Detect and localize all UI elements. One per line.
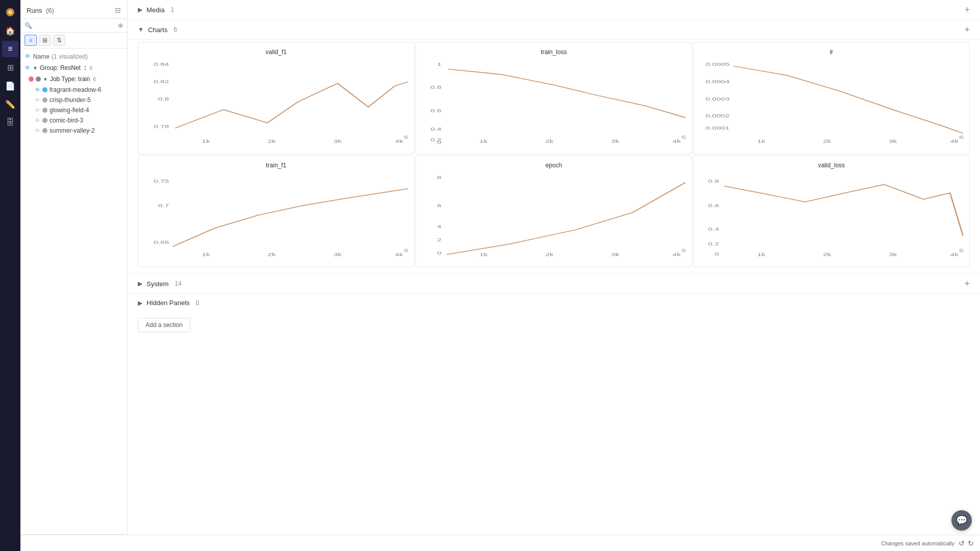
- svg-text:0: 0: [437, 250, 442, 256]
- brush-icon[interactable]: ✏️: [2, 96, 18, 112]
- svg-text:3k: 3k: [889, 252, 897, 257]
- media-chevron-icon: ▶: [138, 6, 142, 13]
- chart-lr: lr 0.0005 0.0004 0.0003 0.0002 0.0001 1k…: [693, 42, 970, 154]
- system-section-left: ▶ System 14: [138, 280, 182, 288]
- svg-text:2k: 2k: [267, 138, 276, 144]
- system-section: ▶ System 14 +: [128, 273, 980, 293]
- svg-text:3k: 3k: [611, 252, 620, 257]
- refresh-icon[interactable]: ↻: [968, 539, 974, 547]
- system-chevron-icon: ▶: [138, 280, 142, 287]
- system-label: System: [146, 280, 168, 288]
- filter-btn-table[interactable]: ⊞: [39, 35, 51, 46]
- svg-text:3k: 3k: [611, 138, 620, 144]
- media-section-header[interactable]: ▶ Media 1 +: [128, 0, 980, 20]
- add-section-button[interactable]: Add a section: [138, 318, 190, 332]
- run-name: comic-bird-3: [50, 117, 83, 124]
- run-color-dot: [42, 97, 47, 103]
- chart-title-valid-f1: valid_f1: [144, 48, 408, 56]
- media-count: 1: [170, 6, 174, 13]
- run-name: fragrant-meadow-6: [50, 86, 101, 93]
- chart-valid-f1: valid_f1 0.84 0.82 0.8 0.78 1k 2k 3k 4k …: [138, 42, 414, 154]
- svg-text:2k: 2k: [545, 252, 554, 257]
- svg-text:0.0001: 0.0001: [705, 125, 729, 131]
- svg-text:0.0002: 0.0002: [705, 113, 729, 119]
- runs-count: (6): [46, 7, 54, 14]
- hidden-chevron-icon: ▶: [138, 299, 142, 307]
- run-item-fragrant[interactable]: 👁 fragrant-meadow-6: [20, 85, 127, 95]
- status-icons: ↺ ↻: [959, 539, 974, 547]
- logo-icon[interactable]: [2, 4, 18, 20]
- run-color-dot: [42, 87, 47, 92]
- run-item-summer[interactable]: 👁 summer-valley-2: [20, 126, 127, 136]
- undo-icon[interactable]: ↺: [959, 539, 965, 547]
- changes-saved-label: Changes saved automatically: [881, 540, 954, 546]
- icon-rail: 🏠 ≡ ⊞ 📄 ✏️ 🗄: [0, 0, 20, 551]
- svg-text:0.8: 0.8: [430, 84, 442, 90]
- svg-text:3k: 3k: [333, 138, 342, 144]
- run-item-glowing[interactable]: 👁 glowing-field-4: [20, 105, 127, 115]
- svg-text:4: 4: [437, 224, 442, 230]
- chat-fab[interactable]: 💬: [951, 510, 972, 531]
- svg-text:1k: 1k: [479, 138, 488, 144]
- svg-text:4k: 4k: [950, 252, 959, 257]
- run-eye-icon: 👁: [35, 117, 40, 123]
- filter-btn-list[interactable]: ≡: [24, 35, 37, 46]
- svg-text:0.8: 0.8: [708, 178, 719, 184]
- svg-text:0: 0: [437, 139, 442, 144]
- chart-title-valid-loss: valid_loss: [700, 162, 963, 169]
- chat-icon: 💬: [956, 515, 967, 526]
- chart-area-train-f1: 0.75 0.7 0.65 1k 2k 3k 4k Step: [144, 173, 408, 257]
- search-options-icon[interactable]: ⊕: [118, 22, 123, 29]
- job-count: 6: [93, 77, 96, 82]
- runs-label: Runs: [27, 7, 42, 14]
- charts-add-icon[interactable]: +: [964, 25, 970, 34]
- svg-point-1: [8, 10, 12, 14]
- hidden-panels-label: Hidden Panels: [146, 299, 190, 307]
- svg-text:2k: 2k: [267, 252, 276, 257]
- grid-icon[interactable]: ⊞: [2, 59, 18, 76]
- run-item-comic[interactable]: 👁 comic-bird-3: [20, 115, 127, 126]
- filter-row: ≡ ⊞ ⇅: [20, 33, 127, 48]
- svg-text:0.75: 0.75: [154, 178, 169, 184]
- chart-area-epoch: 8 6 4 2 0 1k 2k 3k 4k Step: [422, 173, 685, 257]
- chart-train-loss: train_loss 1 0.8 0.6 0.4 0.2 0 1k 2k 3k …: [415, 42, 692, 154]
- run-eye-icon: 👁: [35, 128, 40, 134]
- charts-section-left: ▼ Charts 6: [138, 26, 177, 34]
- svg-text:1: 1: [437, 62, 442, 67]
- svg-text:1k: 1k: [757, 252, 766, 257]
- group-row[interactable]: 👁 ▼ Group: ResNet 1 6: [20, 62, 127, 73]
- svg-text:4k: 4k: [673, 252, 681, 257]
- filter-btn-sort[interactable]: ⇅: [53, 35, 65, 46]
- svg-text:Step: Step: [681, 134, 685, 140]
- sidebar-header-icons: ⊟: [115, 6, 121, 14]
- runs-icon[interactable]: ≡: [2, 41, 18, 57]
- svg-text:4k: 4k: [395, 138, 404, 144]
- chart-title-lr: lr: [700, 48, 963, 56]
- job-dot-gray: [36, 77, 41, 82]
- home-icon[interactable]: 🏠: [2, 22, 18, 39]
- svg-text:0: 0: [715, 251, 719, 257]
- chart-area-valid-loss: 0.8 0.6 0.4 0.2 0 1k 2k 3k 4k Step: [700, 173, 963, 257]
- job-type-row[interactable]: ▼ Job Type: train 6: [20, 73, 127, 85]
- svg-text:0.6: 0.6: [430, 108, 442, 113]
- svg-text:0.82: 0.82: [154, 79, 169, 85]
- svg-text:0.6: 0.6: [708, 203, 719, 208]
- media-add-icon[interactable]: +: [964, 5, 970, 14]
- visualized-count: (1 visualized): [52, 53, 88, 60]
- search-input[interactable]: [34, 22, 116, 29]
- system-add-icon[interactable]: +: [964, 279, 970, 288]
- system-count: 14: [175, 280, 181, 287]
- svg-text:6: 6: [437, 203, 442, 208]
- reports-icon[interactable]: 📄: [2, 78, 18, 94]
- layout-icon[interactable]: ⊟: [115, 6, 121, 14]
- run-item-crisp[interactable]: 👁 crisp-thunder-5: [20, 95, 127, 105]
- data-icon[interactable]: 🗄: [2, 114, 18, 131]
- sidebar-content: 👁 Name (1 visualized) 👁 ▼ Group: ResNet …: [20, 48, 127, 534]
- run-eye-icon: 👁: [35, 97, 40, 103]
- svg-text:0.84: 0.84: [154, 62, 169, 67]
- charts-section-header[interactable]: ▼ Charts 6 +: [128, 20, 980, 40]
- svg-text:1k: 1k: [202, 138, 210, 144]
- chart-title-epoch: epoch: [422, 162, 685, 169]
- hidden-panels-left: ▶ Hidden Panels 0: [138, 299, 199, 307]
- search-bar: 🔍 ⊕: [20, 19, 127, 33]
